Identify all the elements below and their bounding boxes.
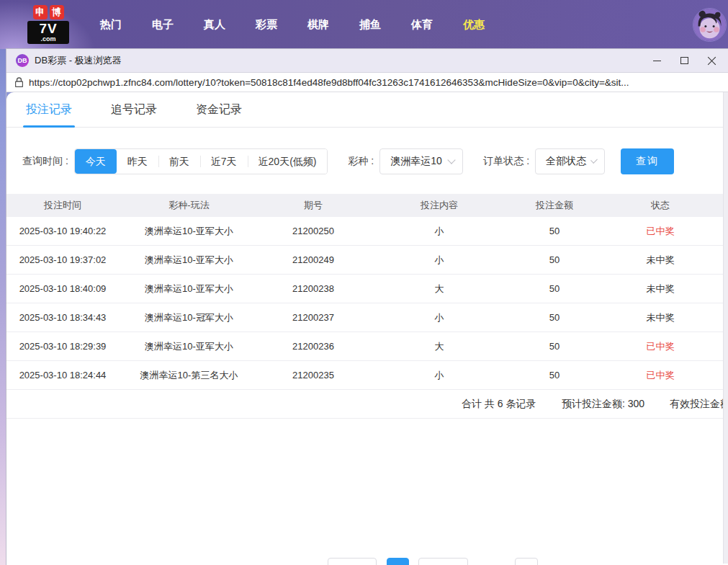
table-row: 2025-03-10 19:37:02 澳洲幸运10-亚军大小 21200249… <box>6 246 728 275</box>
pagination-next-button[interactable] <box>418 558 468 565</box>
col-header-status: 状态 <box>598 199 723 212</box>
table-row: 2025-03-10 18:24:44 澳洲幸运10-第三名大小 2120023… <box>6 361 728 390</box>
maximize-button[interactable] <box>670 49 698 72</box>
lottery-select[interactable]: 澳洲幸运10 <box>379 148 463 174</box>
table-row: 2025-03-10 18:29:39 澳洲幸运10-亚军大小 21200236… <box>6 332 728 361</box>
minimize-icon <box>653 61 661 61</box>
cell-amount: 50 <box>511 341 598 352</box>
cell-time: 2025-03-10 19:37:02 <box>6 254 119 265</box>
cell-amount: 50 <box>511 370 598 381</box>
order-status-select[interactable]: 全部状态 <box>535 148 605 174</box>
content-card: 投注记录 追号记录 资金记录 查询时间 : 今天 昨天 前天 近7天 近20天(… <box>6 92 728 564</box>
cell-time: 2025-03-10 18:34:43 <box>6 312 119 323</box>
nav-item-hot[interactable]: 热门 <box>85 18 137 32</box>
col-header-content: 投注内容 <box>367 199 511 212</box>
close-button[interactable] <box>698 49 725 72</box>
logo-badges: 申 博 <box>27 5 69 19</box>
nav-item-slots[interactable]: 电子 <box>137 18 189 32</box>
cell-status: 未中奖 <box>598 254 723 267</box>
pagination-prev-button[interactable] <box>328 558 377 565</box>
logo-box: 7V .com <box>27 21 69 44</box>
nav-item-chess[interactable]: 棋牌 <box>292 18 344 32</box>
time-option-today[interactable]: 今天 <box>75 149 117 174</box>
user-avatar[interactable] <box>693 8 727 42</box>
cell-amount: 50 <box>511 283 598 294</box>
cell-content: 小 <box>367 225 511 238</box>
cell-time: 2025-03-10 18:24:44 <box>6 370 119 381</box>
cell-time: 2025-03-10 19:40:22 <box>6 226 119 236</box>
vertical-scrollbar[interactable] <box>723 92 728 564</box>
time-option-7days[interactable]: 近7天 <box>200 149 248 174</box>
cell-status: 已中奖 <box>598 369 723 382</box>
window-controls <box>643 49 728 72</box>
cell-game: 澳洲幸运10-第三名大小 <box>119 369 259 382</box>
table-row: 2025-03-10 18:34:43 澳洲幸运10-冠军大小 21200237… <box>6 303 728 332</box>
summary-expected-amount: 预计投注金额: 300 <box>562 398 644 411</box>
time-option-yesterday[interactable]: 昨天 <box>117 149 158 174</box>
background-page-strip <box>0 49 6 565</box>
col-header-issue: 期号 <box>259 199 367 212</box>
cell-status: 已中奖 <box>598 225 723 238</box>
nav-item-promotions[interactable]: 优惠 <box>448 18 500 32</box>
cell-issue: 21200250 <box>259 226 367 236</box>
cell-content: 大 <box>367 340 511 353</box>
lottery-select-value: 澳洲幸运10 <box>390 155 442 168</box>
cell-content: 小 <box>367 311 511 324</box>
page-content: 投注记录 追号记录 资金记录 查询时间 : 今天 昨天 前天 近7天 近20天(… <box>6 92 728 564</box>
cell-issue: 21200235 <box>259 370 367 381</box>
avatar-image <box>693 9 726 41</box>
col-header-game: 彩种-玩法 <box>119 199 259 212</box>
chevron-down-icon <box>448 156 456 164</box>
time-filter-label: 查询时间 : <box>22 155 68 168</box>
table-row: 2025-03-10 19:40:22 澳洲幸运10-亚军大小 21200250… <box>6 217 728 246</box>
logo-main-text: 7V <box>30 22 67 36</box>
nav-item-lottery[interactable]: 彩票 <box>241 18 292 32</box>
tab-fund-records[interactable]: 资金记录 <box>193 102 245 127</box>
filter-bar: 查询时间 : 今天 昨天 前天 近7天 近20天(低频) 彩种 : 澳洲幸运10… <box>22 148 728 174</box>
summary-row: 合计 共 6 条记录 预计投注金额: 300 有效投注金额 <box>6 390 728 419</box>
time-range-segment: 今天 昨天 前天 近7天 近20天(低频) <box>74 148 328 174</box>
logo-suffix-text: .com <box>30 36 67 43</box>
cell-game: 澳洲幸运10-亚军大小 <box>119 282 259 295</box>
site-logo[interactable]: 申 博 7V .com <box>27 5 69 44</box>
nav-item-live[interactable]: 真人 <box>189 18 241 32</box>
tab-bet-records[interactable]: 投注记录 <box>23 102 75 127</box>
chevron-down-icon <box>590 156 598 164</box>
window-titlebar: DB DB彩票 - 极速浏览器 <box>6 49 728 72</box>
site-top-nav: 申 博 7V .com 热门 电子 真人 彩票 棋牌 捕鱼 体育 优惠 <box>0 0 728 49</box>
cell-issue: 21200237 <box>259 312 367 323</box>
col-header-amount: 投注金额 <box>511 199 598 212</box>
cell-game: 澳洲幸运10-亚军大小 <box>119 254 259 267</box>
col-header-time: 投注时间 <box>6 199 119 212</box>
time-option-day-before[interactable]: 前天 <box>158 149 200 174</box>
minimize-button[interactable] <box>643 49 670 72</box>
tab-chase-records[interactable]: 追号记录 <box>108 102 160 127</box>
cell-amount: 50 <box>511 312 598 323</box>
table-row: 2025-03-10 18:40:09 澳洲幸运10-亚军大小 21200238… <box>6 275 728 303</box>
pagination-jump-box[interactable] <box>515 558 538 565</box>
nav-menu: 热门 电子 真人 彩票 棋牌 捕鱼 体育 优惠 <box>85 18 500 32</box>
cell-status: 未中奖 <box>598 282 723 295</box>
nav-item-sports[interactable]: 体育 <box>396 18 448 32</box>
lock-icon <box>15 77 23 87</box>
pagination-current-page-button[interactable] <box>387 558 409 565</box>
nav-item-fishing[interactable]: 捕鱼 <box>344 18 396 32</box>
table-header: 投注时间 彩种-玩法 期号 投注内容 投注金额 状态 <box>6 194 728 217</box>
window-favicon: DB <box>16 54 29 67</box>
search-button[interactable]: 查询 <box>621 148 674 174</box>
cell-game: 澳洲幸运10-亚军大小 <box>119 225 259 238</box>
cell-game: 澳洲幸运10-亚军大小 <box>119 340 259 353</box>
record-tabs: 投注记录 追号记录 资金记录 <box>6 92 728 128</box>
address-bar[interactable]: https://ctop02pchwp1.zfnc84.com/lottery/… <box>6 72 728 92</box>
cell-issue: 21200238 <box>259 283 367 294</box>
close-icon <box>707 56 716 66</box>
cell-issue: 21200236 <box>259 341 367 352</box>
cell-issue: 21200249 <box>259 254 367 265</box>
cell-time: 2025-03-10 18:40:09 <box>6 283 119 294</box>
summary-valid-amount: 有效投注金额 <box>670 398 728 411</box>
browser-window: DB DB彩票 - 极速浏览器 https://ctop02pchwp1.zfn… <box>6 49 728 565</box>
window-title: DB彩票 - 极速浏览器 <box>35 54 122 67</box>
cell-status: 未中奖 <box>598 311 723 324</box>
time-option-20days[interactable]: 近20天(低频) <box>248 149 328 174</box>
lottery-filter-label: 彩种 : <box>348 155 374 168</box>
